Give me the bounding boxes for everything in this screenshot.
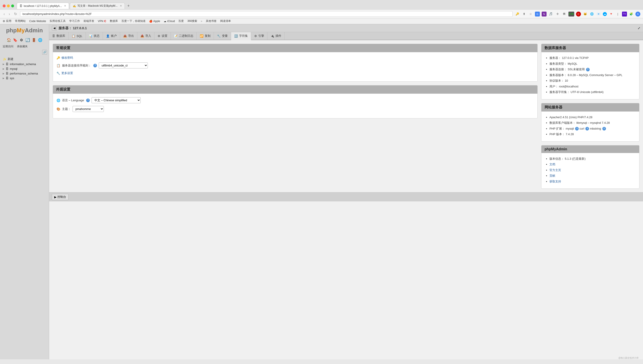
profile-icon[interactable]: A	[635, 12, 640, 16]
recent-link[interactable]: 近期访问	[3, 44, 14, 48]
more-settings-link[interactable]: 🔧 更多设置	[57, 71, 73, 75]
bookmark-db-icon[interactable]: 🔖	[13, 38, 18, 42]
maximize-icon[interactable]: ⤢	[638, 26, 640, 30]
ext6-icon[interactable]: 🔻	[609, 12, 613, 16]
new-tab-button[interactable]: +	[126, 3, 132, 9]
bookmark-db[interactable]: 数据库	[110, 19, 118, 23]
pma-support-link[interactable]: 获取支持	[549, 180, 561, 183]
forward-button[interactable]: ›	[8, 12, 11, 16]
tab-replication[interactable]: 🔁 复制	[197, 32, 214, 40]
server-connection-select[interactable]: utf8mb4_unicode_ci	[99, 62, 148, 68]
bookmark-baidu2[interactable]: 百度	[178, 19, 184, 23]
tab-database-icon: 🗄	[52, 34, 55, 38]
tab-variables[interactable]: 🔧 变量	[214, 32, 231, 40]
translate-icon[interactable]: G	[535, 12, 540, 16]
change-password-link[interactable]: 🔑 修改密码	[57, 56, 73, 60]
tab-database[interactable]: 🗄 数据库	[49, 32, 69, 40]
settings-icon[interactable]: ⚙	[19, 38, 24, 42]
bookmark-vpn[interactable]: VPN C	[98, 20, 106, 23]
sync-icon[interactable]: 🔄	[25, 38, 30, 42]
server-connection-info[interactable]: ?	[93, 64, 97, 67]
tab-database-label: 数据库	[57, 34, 65, 38]
tab-export[interactable]: 📤 导出	[120, 32, 137, 40]
sidebar-item-sys[interactable]: ▶ 🗄 sys	[0, 76, 49, 80]
bookmark-common[interactable]: 常用网站	[15, 19, 26, 23]
bookmark-code[interactable]: Code Website	[29, 20, 46, 23]
ext4-icon[interactable]: 📧	[596, 12, 601, 16]
collapse-sidebar-button[interactable]: 🔗	[42, 50, 47, 55]
tab-blog[interactable]: ✍ 写文章 - Macbook M1安装phpM... ✕	[70, 3, 125, 9]
collapse-panel-button[interactable]: ◀	[52, 26, 57, 30]
bookmark-apps[interactable]: ⚙ 应用	[3, 19, 12, 23]
bookmark-reading[interactable]: 阅读清单	[220, 19, 231, 23]
pma-contribute-link[interactable]: 贡献	[549, 174, 555, 177]
tools-icon[interactable]: 🛠	[562, 12, 567, 16]
maximize-button[interactable]	[11, 4, 14, 7]
onenote-icon[interactable]: N	[542, 12, 546, 16]
bookmark-360[interactable]: 360搜索	[187, 19, 197, 23]
tab-plugins[interactable]: 🔌 插件	[267, 32, 285, 40]
address-input[interactable]	[20, 11, 513, 17]
tab-settings[interactable]: ⚙ 设置	[155, 32, 171, 40]
ext9-icon[interactable]: 🧩	[629, 12, 634, 16]
ssl-info-icon[interactable]: ?	[586, 68, 590, 71]
bookmark-icon[interactable]: ☆	[528, 12, 533, 16]
bookmark-frontend[interactable]: 前端开发	[84, 19, 94, 23]
mysqli-info-icon[interactable]: ?	[575, 127, 579, 130]
sidebar-item-performance-schema[interactable]: ▶ 🗄 performance_schema	[0, 71, 49, 76]
ext7-icon[interactable]: |	[615, 12, 620, 16]
sidebar-item-mysql[interactable]: ▶ 🗄 mysql	[0, 66, 49, 71]
bookmark-icloud[interactable]: ☁ iCloud	[164, 20, 175, 23]
ext3-icon[interactable]: 🌐	[589, 12, 594, 16]
bookmark-tools[interactable]: 实用在线工具	[50, 19, 66, 23]
tab-charset[interactable]: 🔤 字符集	[231, 32, 251, 40]
ext8-icon[interactable]: TV	[622, 12, 627, 16]
tab-sql[interactable]: 📋 SQL	[69, 32, 86, 40]
tab-label-phpmyadmin: localhost / 127.0.0.1 | phpMyA...	[24, 4, 62, 8]
bookmark-baidu[interactable]: 百度一下，你就知道	[121, 19, 146, 23]
back-button[interactable]: ‹	[3, 12, 6, 16]
ext2-icon[interactable]: 🐱	[583, 12, 588, 16]
ext5-icon[interactable]: ☁	[603, 12, 607, 16]
tab-close-blog[interactable]: ✕	[120, 4, 122, 7]
tab-export-label: 导出	[128, 34, 134, 38]
refresh-button[interactable]: ↻	[13, 12, 18, 16]
sidebar-item-information-schema[interactable]: ▶ 🗄 information_schema	[0, 62, 49, 66]
bookmark-tools-label: 实用在线工具	[50, 19, 66, 23]
console-button[interactable]: ▶ 控制台	[52, 194, 69, 200]
pma-docs-link[interactable]: 文档	[549, 162, 555, 166]
music-icon[interactable]: 🎵	[548, 12, 553, 16]
share-icon[interactable]: ⬆	[522, 12, 526, 16]
left-panel: 常规设置 🔑 修改密码 📋 服务器连接排序规则： ?	[53, 44, 538, 189]
tab-close-phpmyadmin[interactable]: ✕	[64, 4, 66, 7]
pointer-icon[interactable]: ✛	[555, 12, 560, 16]
curl-info-icon[interactable]: ?	[585, 127, 589, 130]
db-server-label-ssl: 服务器连接：	[549, 68, 567, 71]
bookmark-apple[interactable]: 🍎 Apple	[149, 20, 160, 23]
more-bookmarks[interactable]: »	[201, 20, 202, 23]
tab-status[interactable]: 📊 状态	[86, 32, 103, 40]
tab-phpmyadmin[interactable]: 🗄 localhost / 127.0.0.1 | phpMyA... ✕	[17, 3, 69, 9]
tab-binlog[interactable]: 📝 二进制日志	[171, 32, 197, 40]
phpmyadmin-card: phpMyAdmin 版本信息： 5.1.3 (已是最新) 文档 官方主页	[541, 145, 639, 189]
close-button[interactable]	[3, 4, 6, 7]
tab-engines[interactable]: ⚙ 引擎	[251, 32, 267, 40]
ext1-icon[interactable]: C	[576, 12, 581, 16]
theme-select[interactable]: pmahomme original	[73, 106, 104, 112]
console-label: 控制台	[57, 195, 66, 199]
minimize-button[interactable]	[7, 4, 10, 7]
home-icon[interactable]: 🏠	[7, 38, 12, 42]
pma-homepage-link[interactable]: 官方主页	[549, 168, 561, 172]
sidebar-item-new[interactable]: ✨ 新建	[0, 56, 49, 62]
mbstring-info-icon[interactable]: ?	[602, 127, 606, 130]
exit-icon[interactable]: 🚪	[32, 38, 36, 42]
language-info[interactable]: ?	[86, 98, 90, 102]
favorites-link[interactable]: 表收藏夹	[17, 44, 28, 48]
bookmark-study[interactable]: 学习工作	[69, 19, 80, 23]
tab-accounts[interactable]: 👤 账户	[103, 32, 120, 40]
bookmark-others[interactable]: 其他书签	[206, 19, 217, 23]
globe-icon[interactable]: 🌐	[38, 38, 43, 42]
language-select[interactable]: 中文 – Chinese simplified	[92, 97, 141, 103]
clock-icon[interactable]: 0.34	[568, 12, 574, 16]
tab-import[interactable]: 📥 导入	[137, 32, 155, 40]
